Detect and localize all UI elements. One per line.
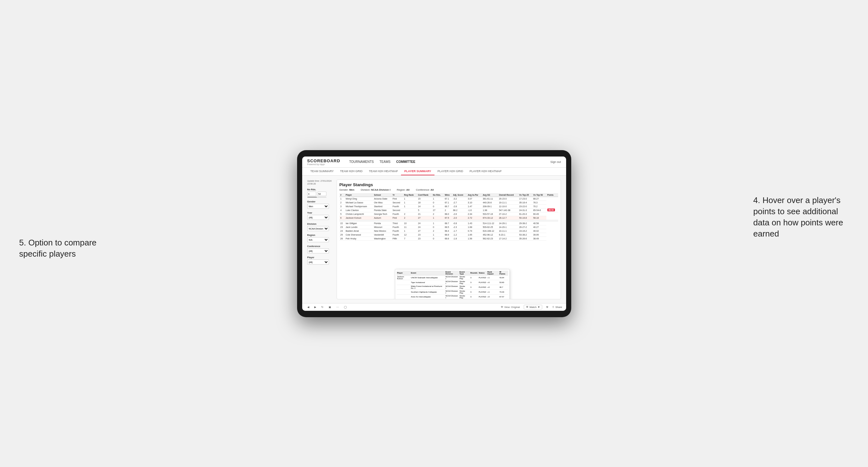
share-label: Share [555, 306, 562, 309]
table-row[interactable]: 25Cole SherwoodVanderbiltFourth1223168.9… [340, 233, 558, 237]
col-avg-to-par: Avg to-Par [467, 193, 482, 197]
tablet-screen: SCOREBOARD Powered by clippi TOURNAMENTS… [302, 157, 566, 311]
table-row[interactable]: 3Michael ThorbjornsenStanfordFourth11406… [340, 204, 558, 208]
tooltip-row: Wake Forest Invitational at Pinehurst No… [397, 285, 508, 289]
toolbar-back[interactable]: ◀ [306, 305, 310, 309]
table-row[interactable]: 2Michael La SassoOle MissSecond118067.1-… [340, 200, 558, 204]
sub-nav-team-h2h-heatmap[interactable]: TEAM H2H HEATMAP [366, 168, 401, 175]
filter-division-label: Division [307, 222, 333, 225]
tablet-frame: SCOREBOARD Powered by clippi TOURNAMENTS… [297, 150, 571, 317]
table-row[interactable]: 22Ian GilliganFloridaThird1024168.7-0.81… [340, 221, 558, 225]
filter-gender-select[interactable]: Men Women [307, 204, 329, 209]
filter-gender: Gender Men Women [307, 200, 333, 209]
col-avg-sg: Avg SG [482, 193, 498, 197]
bottom-toolbar: ◀ ▶ ↻ ▣ ⋯ ◯ 👁 View: Original 👁 Watch ▼ ☢… [302, 303, 566, 311]
filter-no-rds-label: No Rds. [307, 188, 333, 191]
meta-conference: Conference: All [416, 188, 434, 191]
tooltip-col-type: Event Type [459, 271, 470, 275]
filter-panel: Update time: 27/01/2024 16:56:26 No Rds.… [307, 180, 333, 299]
filter-region-select[interactable]: N/A [307, 237, 329, 242]
toolbar-forward[interactable]: ▶ [313, 305, 317, 309]
logo-area: SCOREBOARD Powered by clippi [307, 158, 340, 165]
meta-region: Region: All [397, 188, 410, 191]
filter-conference-select[interactable]: (All) [307, 248, 329, 253]
table-row[interactable]: 26Petr HrubyWashingtonFifth723068.6-1.81… [340, 237, 558, 240]
filter-gender-label: Gender [307, 200, 333, 203]
tooltip-row: Jackson KoivunUNCW Seahawk Intercollegia… [397, 275, 508, 280]
toolbar-more[interactable]: ⋯ [335, 305, 340, 309]
header-right: Sign out [550, 160, 561, 163]
sub-nav-team-h2h-grid[interactable]: TEAM H2H GRID [337, 168, 366, 175]
filter-update-time: Update time: 27/01/2024 16:56:26 [307, 180, 333, 186]
table-header-row: # Player School Yr Reg Rank Conf Rank No… [340, 193, 558, 197]
filter-year-label: Year [307, 211, 333, 214]
nav-tournaments[interactable]: TOURNAMENTS [349, 159, 374, 165]
page-wrapper: 5. Option to compare specific players 4.… [13, 150, 855, 317]
tooltip-col-div: Event Division [445, 271, 459, 275]
sub-nav-player-h2h-heatmap[interactable]: PLAYER H2H HEATMAP [466, 168, 505, 175]
toolbar-share[interactable]: ⇧ Share [552, 306, 562, 309]
filter-region: Region N/A [307, 234, 333, 242]
tooltip-header-row: Player Event Event Division Event Type R… [397, 271, 508, 275]
filter-year: Year (All) [307, 211, 333, 220]
filter-region-label: Region [307, 234, 333, 237]
table-row[interactable]: 5Christo LamprechtGeorgia TechFourth2212… [340, 212, 558, 216]
col-player: Player [345, 193, 373, 197]
sign-out-link[interactable]: Sign out [550, 160, 561, 163]
share-icon: ⇧ [552, 306, 554, 309]
meta-gender: Gender: Men [340, 188, 354, 191]
col-points: Points [546, 193, 558, 197]
main-content: Update time: 27/01/2024 16:56:26 No Rds.… [302, 176, 566, 303]
table-row[interactable]: 23Jack LundinMissouriFourth1124068.5-2.3… [340, 225, 558, 229]
col-overall-record: Overall Record [498, 193, 518, 197]
nav-teams[interactable]: TEAMS [379, 159, 390, 165]
nav-items: TOURNAMENTS TEAMS COMMITTEE [349, 159, 544, 165]
tooltip-popup: Player Event Event Division Event Type R… [395, 269, 510, 299]
tooltip-row: Southern Highlands CollegiateNCAA Divisi… [397, 289, 508, 294]
col-vs-top-50: Vs Top 50 [532, 193, 546, 197]
logo-sub: Powered by clippi [307, 163, 340, 165]
table-row[interactable]: 24Bastien AmatNew MexicoFourth127268.4-1… [340, 229, 558, 233]
sub-nav: TEAM SUMMARY TEAM H2H GRID TEAM H2H HEAT… [302, 168, 566, 176]
filter-no-rds-to[interactable] [317, 192, 327, 196]
col-rank: # [340, 193, 345, 197]
toolbar-copy[interactable]: ▣ [328, 305, 333, 309]
sub-nav-player-h2h-grid[interactable]: PLAYER H2H GRID [434, 168, 466, 175]
filter-no-rds-from[interactable] [307, 192, 316, 196]
filter-player-select[interactable]: (All) [307, 259, 329, 264]
standings-area: Player Standings Gender: Men Division: N… [337, 180, 561, 299]
table-row[interactable]: 1Wenyi DingArizona StateFirst115167.1-3.… [340, 197, 558, 200]
tooltip-col-wpoints: W Points [499, 271, 508, 275]
watch-chevron: ▼ [537, 306, 540, 309]
filter-no-rds: No Rds. [307, 188, 333, 198]
tooltip-col-player: Player [397, 271, 410, 275]
table-row[interactable]: 6Jackson KoivunAuburnFirst227167.5-2.02.… [340, 216, 558, 220]
filter-year-select[interactable]: (All) [307, 215, 329, 220]
points-badge[interactable]: 66.54 [547, 209, 555, 211]
col-adj-score: Adj. Score [452, 193, 467, 197]
toolbar-view[interactable]: 👁 View: Original [499, 305, 521, 309]
col-no-rds: No Rds. [432, 193, 444, 197]
col-school: School [373, 193, 392, 197]
tooltip-row: Tiger InvitationalNCAA Division IStroke … [397, 280, 508, 285]
sub-nav-player-summary[interactable]: PLAYER SUMMARY [401, 168, 434, 175]
filter-player: Player (All) [307, 256, 333, 264]
toolbar-feedback[interactable]: ☢ [545, 305, 550, 309]
nav-committee[interactable]: COMMITTEE [396, 159, 415, 165]
sub-nav-team-summary[interactable]: TEAM SUMMARY [307, 168, 337, 175]
col-wins: Wins [444, 193, 452, 197]
filter-division-select[interactable]: NCAA Division I [307, 226, 329, 231]
standings-title: Player Standings [340, 182, 558, 187]
table-row[interactable]: 4Luke ClantonFlorida StateSecond527268.2… [340, 208, 558, 212]
filter-player-label: Player [307, 256, 333, 259]
toolbar-clock[interactable]: ◯ [343, 305, 348, 309]
watch-icon: 👁 [526, 306, 528, 309]
filter-conference: Conference (All) [307, 245, 333, 253]
filter-slider[interactable] [307, 197, 327, 198]
tooltip-table: Player Event Event Division Event Type R… [397, 271, 508, 299]
toolbar-watch[interactable]: 👁 Watch ▼ [524, 305, 542, 310]
toolbar-refresh[interactable]: ↻ [320, 305, 325, 309]
tooltip-row: The Cypress Point ClassicNCAA Division I… [397, 299, 508, 299]
annotation-left: 5. Option to compare specific players [19, 237, 105, 259]
filter-division: Division NCAA Division I [307, 222, 333, 231]
